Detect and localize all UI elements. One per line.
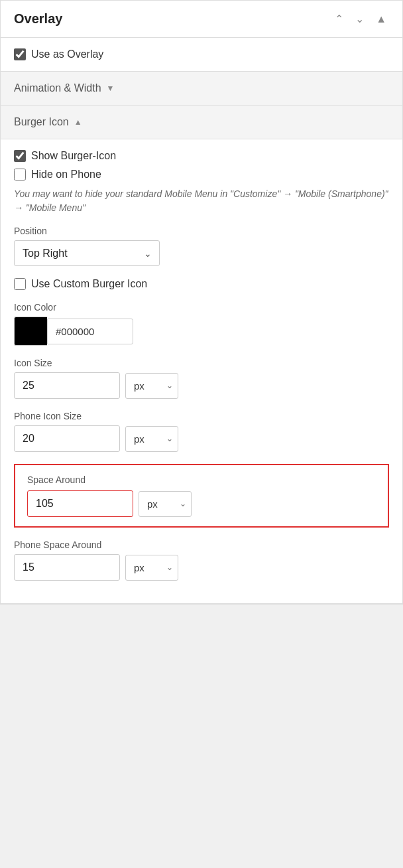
icon-size-unit-wrapper: px em % ⌄: [125, 373, 178, 399]
burger-icon-header-row[interactable]: Burger Icon ▲: [1, 106, 402, 139]
collapse-down-button[interactable]: ⌄: [353, 11, 367, 27]
animation-width-arrow: ▼: [107, 84, 115, 93]
phone-space-around-unit-select[interactable]: px em %: [125, 555, 178, 581]
panel-header: Overlay ⌃ ⌄ ▲: [1, 1, 402, 38]
icon-size-field: Icon Size px em % ⌄: [14, 358, 389, 399]
phone-icon-size-row: px em % ⌄: [14, 425, 389, 452]
phone-space-around-field: Phone Space Around px em % ⌄: [14, 540, 389, 581]
icon-size-input[interactable]: [14, 372, 120, 399]
hint-text: You may want to hide your standard Mobil…: [14, 187, 389, 215]
use-as-overlay-row: Use as Overlay: [1, 38, 402, 72]
icon-size-unit-select[interactable]: px em %: [125, 373, 178, 399]
use-custom-burger-text: Use Custom Burger Icon: [31, 278, 147, 290]
space-around-label: Space Around: [27, 474, 376, 485]
space-around-unit-wrapper: px em % ⌄: [139, 491, 192, 517]
space-around-input[interactable]: [27, 490, 133, 517]
use-custom-burger-label[interactable]: Use Custom Burger Icon: [14, 278, 389, 290]
show-burger-icon-label[interactable]: Show Burger-Icon: [14, 150, 389, 162]
animation-width-header[interactable]: Animation & Width ▼: [14, 82, 389, 94]
burger-icon-arrow: ▲: [74, 117, 82, 127]
hide-on-phone-label[interactable]: Hide on Phone: [14, 169, 389, 181]
color-text-input[interactable]: [47, 319, 133, 344]
hide-on-phone-text: Hide on Phone: [31, 169, 101, 181]
phone-icon-size-unit-select[interactable]: px em %: [125, 426, 178, 452]
use-custom-burger-field: Use Custom Burger Icon: [14, 278, 389, 290]
hide-on-phone-checkbox[interactable]: [14, 169, 26, 181]
space-around-highlighted: Space Around px em % ⌄: [14, 464, 389, 528]
position-select-wrapper: Top Right Top Left Bottom Right Bottom L…: [14, 240, 160, 266]
icon-size-row: px em % ⌄: [14, 372, 389, 399]
burger-icon-collapsible[interactable]: Burger Icon ▲: [14, 116, 389, 128]
phone-space-around-row: px em % ⌄: [14, 554, 389, 581]
space-around-row: px em % ⌄: [27, 490, 376, 517]
burger-icon-content: Show Burger-Icon Hide on Phone You may w…: [1, 139, 402, 604]
position-label: Position: [14, 226, 389, 236]
use-as-overlay-label[interactable]: Use as Overlay: [14, 48, 389, 60]
space-around-unit-select[interactable]: px em %: [139, 491, 192, 517]
header-controls: ⌃ ⌄ ▲: [332, 11, 389, 27]
position-field: Position Top Right Top Left Bottom Right…: [14, 226, 389, 266]
icon-color-label: Icon Color: [14, 302, 389, 313]
animation-width-row[interactable]: Animation & Width ▼: [1, 72, 402, 106]
phone-icon-size-unit-wrapper: px em % ⌄: [125, 426, 178, 452]
phone-icon-size-field: Phone Icon Size px em % ⌄: [14, 411, 389, 452]
phone-icon-size-input[interactable]: [14, 425, 120, 452]
phone-space-around-input[interactable]: [14, 554, 120, 581]
use-custom-burger-checkbox[interactable]: [14, 278, 26, 290]
burger-icon-title: Burger Icon: [14, 116, 69, 128]
icon-size-label: Icon Size: [14, 358, 389, 368]
icon-color-field: Icon Color: [14, 302, 389, 346]
color-swatch[interactable]: [14, 317, 47, 346]
phone-space-around-unit-wrapper: px em % ⌄: [125, 555, 178, 581]
panel-title: Overlay: [14, 11, 62, 27]
show-burger-icon-checkbox[interactable]: [14, 150, 26, 162]
animation-width-title: Animation & Width: [14, 82, 101, 94]
phone-space-around-label: Phone Space Around: [14, 540, 389, 550]
collapse-toggle-button[interactable]: ▲: [373, 12, 389, 27]
phone-icon-size-label: Phone Icon Size: [14, 411, 389, 421]
burger-checkboxes: Show Burger-Icon Hide on Phone: [14, 150, 389, 181]
overlay-panel: Overlay ⌃ ⌄ ▲ Use as Overlay Animation &…: [0, 0, 403, 605]
show-burger-icon-text: Show Burger-Icon: [31, 150, 116, 162]
collapse-up-button[interactable]: ⌃: [332, 11, 346, 27]
position-select[interactable]: Top Right Top Left Bottom Right Bottom L…: [14, 240, 160, 266]
icon-color-row: [14, 317, 389, 346]
use-as-overlay-text: Use as Overlay: [31, 48, 103, 60]
use-as-overlay-checkbox[interactable]: [14, 48, 26, 60]
